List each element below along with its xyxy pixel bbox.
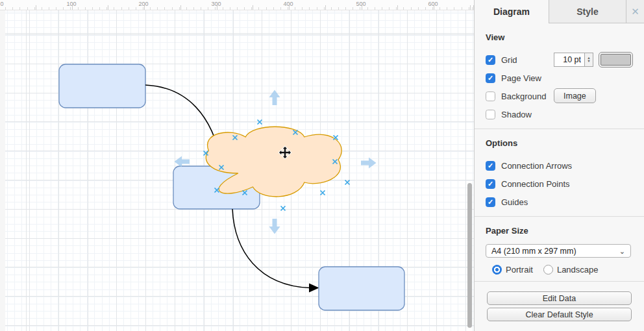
tab-diagram-label: Diagram — [493, 6, 530, 17]
landscape-label: Landscape — [557, 265, 599, 275]
drawing-canvas[interactable]: 0 100 200 300 400 500 600 — [0, 0, 474, 331]
connection-arrows-checkbox[interactable]: ✓ — [486, 161, 495, 171]
ruler-label: 0 — [0, 0, 10, 8]
direction-arrow-down-icon[interactable] — [269, 219, 280, 234]
horizontal-ruler: 0 100 200 300 400 500 600 — [0, 0, 474, 10]
grid-size-stepper[interactable]: ▲ ▼ — [585, 53, 593, 67]
background-row: ✓ Background Image — [486, 87, 633, 105]
options-section-title: Options — [486, 138, 633, 148]
arrowhead-icon — [309, 284, 319, 293]
rounded-rectangle-node-3[interactable] — [319, 267, 404, 310]
chevron-down-icon: ⌄ — [619, 248, 625, 254]
format-panel: Diagram Style ✕ View ✓ Grid ▲ ▼ ✓ — [474, 0, 644, 331]
landscape-radio[interactable] — [543, 265, 553, 275]
view-section-title: View — [486, 32, 633, 42]
connection-points-label: Connection Points — [501, 179, 570, 189]
options-section: Options ✓ Connection Arrows ✓ Connection… — [475, 129, 644, 216]
direction-arrow-left-icon[interactable] — [175, 156, 190, 167]
close-icon: ✕ — [631, 6, 639, 18]
check-icon: ✓ — [486, 162, 495, 170]
close-panel-button[interactable]: ✕ — [626, 0, 644, 23]
rounded-rectangle-node-1[interactable] — [59, 64, 145, 108]
ruler-label: 600 — [425, 0, 441, 8]
page-view-label: Page View — [501, 73, 541, 83]
portrait-label: Portrait — [506, 265, 533, 275]
panel-tabs: Diagram Style ✕ — [475, 0, 644, 23]
page-view-row: ✓ Page View — [486, 69, 633, 87]
paper-size-select[interactable]: A4 (210 mm x 297 mm) ⌄ — [486, 244, 631, 258]
diagram-editor: 0 100 200 300 400 500 600 — [0, 0, 644, 331]
tab-style[interactable]: Style — [549, 0, 626, 23]
background-image-button[interactable]: Image — [554, 88, 596, 103]
connection-points-checkbox[interactable]: ✓ — [486, 179, 495, 189]
actions-section: Edit Data Clear Default Style — [475, 281, 644, 330]
stepper-down-icon[interactable]: ▼ — [587, 60, 590, 63]
direction-arrow-right-icon[interactable] — [361, 158, 377, 169]
grid-row: ✓ Grid ▲ ▼ — [486, 51, 633, 69]
background-label: Background — [501, 92, 546, 101]
paper-size-title: Paper Size — [486, 226, 633, 236]
connection-points-row: ✓ Connection Points — [486, 175, 633, 193]
tab-style-label: Style — [576, 6, 598, 17]
grid-color-button[interactable] — [599, 52, 633, 67]
connection-point-icon[interactable] — [281, 206, 286, 211]
paper-size-section: Paper Size A4 (210 mm x 297 mm) ⌄ Portra… — [475, 216, 644, 281]
ruler-label: 400 — [280, 0, 296, 8]
grid-size-controls: ▲ ▼ — [554, 52, 633, 67]
shadow-row: ✓ Shadow — [486, 105, 633, 123]
check-icon: ✓ — [486, 74, 495, 82]
shadow-label: Shadow — [501, 110, 532, 119]
vertical-scrollbar-thumb[interactable] — [467, 183, 472, 328]
check-icon: ✓ — [486, 56, 495, 64]
grid-size-input[interactable] — [554, 53, 585, 67]
view-section: View ✓ Grid ▲ ▼ ✓ Page View ✓ — [475, 23, 644, 129]
shadow-checkbox[interactable]: ✓ — [486, 110, 495, 119]
tab-diagram[interactable]: Diagram — [475, 0, 549, 23]
ruler-label: 100 — [64, 0, 79, 8]
connection-arrows-row: ✓ Connection Arrows — [486, 156, 633, 175]
connector-edge-2[interactable] — [232, 209, 310, 288]
grid-label: Grid — [501, 55, 517, 65]
ruler-label: 300 — [208, 0, 224, 8]
portrait-radio[interactable] — [492, 265, 502, 275]
orientation-row: Portrait Landscape — [492, 265, 633, 275]
diagram-scene — [0, 10, 474, 331]
check-icon: ✓ — [486, 198, 495, 206]
edit-data-button[interactable]: Edit Data — [487, 291, 632, 305]
cloud-node[interactable] — [206, 127, 341, 197]
guides-row: ✓ Guides — [486, 193, 633, 211]
connection-point-icon[interactable] — [321, 191, 325, 195]
connection-arrows-label: Connection Arrows — [501, 161, 572, 171]
ruler-label: 200 — [136, 0, 151, 8]
background-checkbox[interactable]: ✓ — [486, 92, 495, 101]
ruler-label: 500 — [353, 0, 369, 8]
connection-point-icon[interactable] — [258, 120, 262, 125]
guides-checkbox[interactable]: ✓ — [486, 197, 495, 207]
grid-color-swatch — [601, 54, 631, 66]
direction-arrow-up-icon[interactable] — [269, 90, 280, 106]
paper-size-value: A4 (210 mm x 297 mm) — [491, 247, 576, 256]
guides-label: Guides — [501, 197, 528, 207]
check-icon: ✓ — [486, 180, 495, 188]
page-view-checkbox[interactable]: ✓ — [486, 73, 495, 83]
grid-checkbox[interactable]: ✓ — [486, 55, 495, 65]
connection-point-icon[interactable] — [345, 180, 350, 185]
clear-default-style-button[interactable]: Clear Default Style — [487, 308, 632, 321]
